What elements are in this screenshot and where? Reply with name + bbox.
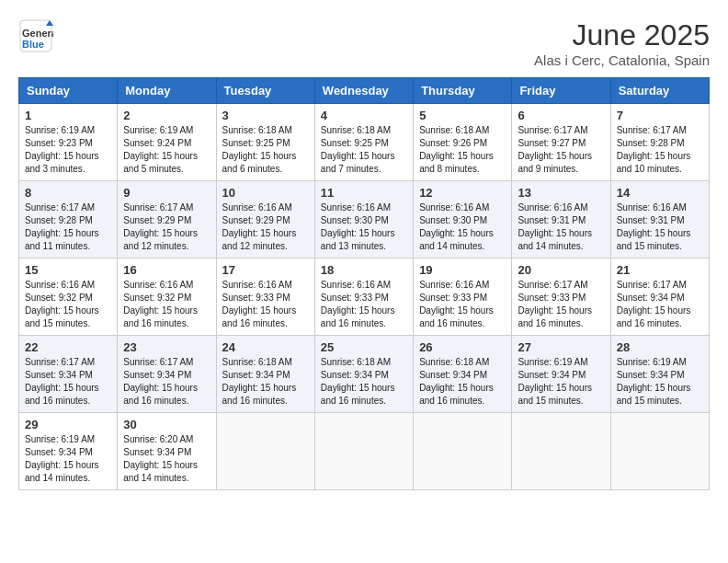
day-info: Sunrise: 6:16 AMSunset: 9:29 PMDaylight:… — [222, 201, 309, 253]
day-number: 27 — [518, 340, 604, 354]
day-info: Sunrise: 6:17 AMSunset: 9:29 PMDaylight:… — [123, 201, 210, 253]
calendar-cell: 22Sunrise: 6:17 AMSunset: 9:34 PMDayligh… — [19, 336, 118, 413]
day-number: 29 — [25, 418, 111, 431]
calendar-cell — [610, 413, 709, 490]
day-number: 6 — [518, 109, 604, 122]
calendar-cell: 30Sunrise: 6:20 AMSunset: 9:34 PMDayligh… — [118, 413, 216, 490]
calendar-cell: 26Sunrise: 6:18 AMSunset: 9:34 PMDayligh… — [414, 336, 512, 413]
calendar-cell: 1Sunrise: 6:19 AMSunset: 9:23 PMDaylight… — [19, 104, 118, 181]
calendar-cell: 3Sunrise: 6:18 AMSunset: 9:25 PMDaylight… — [216, 104, 314, 181]
day-number: 15 — [25, 263, 111, 277]
calendar-cell: 11Sunrise: 6:16 AMSunset: 9:30 PMDayligh… — [314, 181, 413, 259]
calendar-table: SundayMondayTuesdayWednesdayThursdayFrid… — [18, 77, 710, 490]
calendar-cell: 8Sunrise: 6:17 AMSunset: 9:28 PMDaylight… — [19, 181, 118, 259]
day-info: Sunrise: 6:18 AMSunset: 9:25 PMDaylight:… — [222, 124, 309, 176]
day-info: Sunrise: 6:16 AMSunset: 9:31 PMDaylight:… — [617, 201, 703, 253]
day-number: 22 — [25, 340, 111, 354]
calendar-cell: 9Sunrise: 6:17 AMSunset: 9:29 PMDaylight… — [118, 181, 216, 259]
calendar-cell: 29Sunrise: 6:19 AMSunset: 9:34 PMDayligh… — [19, 413, 118, 490]
day-info: Sunrise: 6:18 AMSunset: 9:34 PMDaylight:… — [222, 356, 309, 408]
calendar-header-thursday: Thursday — [414, 78, 512, 104]
calendar-cell: 10Sunrise: 6:16 AMSunset: 9:29 PMDayligh… — [216, 181, 314, 259]
calendar-cell: 20Sunrise: 6:17 AMSunset: 9:33 PMDayligh… — [512, 259, 610, 336]
calendar-subtitle: Alas i Cerc, Catalonia, Spain — [534, 52, 710, 68]
day-info: Sunrise: 6:17 AMSunset: 9:34 PMDaylight:… — [123, 356, 210, 408]
calendar-week-row: 22Sunrise: 6:17 AMSunset: 9:34 PMDayligh… — [19, 336, 710, 413]
calendar-cell: 14Sunrise: 6:16 AMSunset: 9:31 PMDayligh… — [610, 181, 709, 259]
day-info: Sunrise: 6:19 AMSunset: 9:34 PMDaylight:… — [617, 356, 703, 408]
logo: General Blue — [18, 18, 53, 57]
day-number: 10 — [222, 186, 309, 200]
calendar-header-sunday: Sunday — [19, 78, 118, 104]
day-number: 11 — [321, 186, 407, 200]
day-info: Sunrise: 6:16 AMSunset: 9:32 PMDaylight:… — [123, 279, 210, 330]
calendar-header-wednesday: Wednesday — [314, 78, 413, 104]
calendar-cell: 13Sunrise: 6:16 AMSunset: 9:31 PMDayligh… — [512, 181, 610, 259]
calendar-cell: 15Sunrise: 6:16 AMSunset: 9:32 PMDayligh… — [19, 259, 118, 336]
calendar-cell: 4Sunrise: 6:18 AMSunset: 9:25 PMDaylight… — [314, 104, 413, 181]
day-number: 23 — [123, 340, 210, 354]
calendar-week-row: 29Sunrise: 6:19 AMSunset: 9:34 PMDayligh… — [19, 413, 710, 490]
calendar-week-row: 1Sunrise: 6:19 AMSunset: 9:23 PMDaylight… — [19, 104, 710, 181]
calendar-cell: 21Sunrise: 6:17 AMSunset: 9:34 PMDayligh… — [610, 259, 709, 336]
day-info: Sunrise: 6:19 AMSunset: 9:24 PMDaylight:… — [123, 124, 210, 176]
day-number: 7 — [617, 109, 703, 122]
calendar-cell: 2Sunrise: 6:19 AMSunset: 9:24 PMDaylight… — [118, 104, 216, 181]
day-number: 24 — [222, 340, 309, 354]
calendar-header-row: SundayMondayTuesdayWednesdayThursdayFrid… — [19, 78, 710, 104]
day-info: Sunrise: 6:20 AMSunset: 9:34 PMDaylight:… — [123, 433, 210, 485]
day-number: 26 — [419, 340, 506, 354]
calendar-cell — [512, 413, 610, 490]
day-info: Sunrise: 6:17 AMSunset: 9:27 PMDaylight:… — [518, 124, 604, 176]
calendar-cell: 23Sunrise: 6:17 AMSunset: 9:34 PMDayligh… — [118, 336, 216, 413]
day-info: Sunrise: 6:17 AMSunset: 9:28 PMDaylight:… — [617, 124, 703, 176]
calendar-cell: 17Sunrise: 6:16 AMSunset: 9:33 PMDayligh… — [216, 259, 314, 336]
day-number: 14 — [617, 186, 703, 200]
calendar-header-friday: Friday — [512, 78, 610, 104]
day-number: 8 — [25, 186, 111, 200]
calendar-header-tuesday: Tuesday — [216, 78, 314, 104]
day-info: Sunrise: 6:17 AMSunset: 9:34 PMDaylight:… — [617, 279, 703, 330]
calendar-week-row: 8Sunrise: 6:17 AMSunset: 9:28 PMDaylight… — [19, 181, 710, 259]
svg-text:General: General — [22, 28, 53, 39]
calendar-cell: 27Sunrise: 6:19 AMSunset: 9:34 PMDayligh… — [512, 336, 610, 413]
calendar-cell: 5Sunrise: 6:18 AMSunset: 9:26 PMDaylight… — [414, 104, 512, 181]
day-info: Sunrise: 6:18 AMSunset: 9:26 PMDaylight:… — [419, 124, 506, 176]
day-info: Sunrise: 6:18 AMSunset: 9:34 PMDaylight:… — [419, 356, 506, 408]
logo-icon: General Blue — [18, 18, 53, 53]
day-number: 20 — [518, 263, 604, 277]
calendar-cell: 18Sunrise: 6:16 AMSunset: 9:33 PMDayligh… — [314, 259, 413, 336]
calendar-title: June 2025 — [534, 18, 710, 52]
day-info: Sunrise: 6:17 AMSunset: 9:33 PMDaylight:… — [518, 279, 604, 330]
day-number: 25 — [321, 340, 407, 354]
calendar-header-saturday: Saturday — [610, 78, 709, 104]
calendar-cell: 7Sunrise: 6:17 AMSunset: 9:28 PMDaylight… — [610, 104, 709, 181]
day-info: Sunrise: 6:19 AMSunset: 9:34 PMDaylight:… — [25, 433, 111, 485]
day-number: 28 — [617, 340, 703, 354]
calendar-cell: 16Sunrise: 6:16 AMSunset: 9:32 PMDayligh… — [118, 259, 216, 336]
day-info: Sunrise: 6:19 AMSunset: 9:34 PMDaylight:… — [518, 356, 604, 408]
day-number: 5 — [419, 109, 506, 122]
day-number: 3 — [222, 109, 309, 122]
day-number: 18 — [321, 263, 407, 277]
day-info: Sunrise: 6:16 AMSunset: 9:33 PMDaylight:… — [419, 279, 506, 330]
day-number: 12 — [419, 186, 506, 200]
calendar-cell — [216, 413, 314, 490]
calendar-header-monday: Monday — [118, 78, 216, 104]
day-info: Sunrise: 6:18 AMSunset: 9:25 PMDaylight:… — [321, 124, 407, 176]
calendar-week-row: 15Sunrise: 6:16 AMSunset: 9:32 PMDayligh… — [19, 259, 710, 336]
day-info: Sunrise: 6:16 AMSunset: 9:33 PMDaylight:… — [222, 279, 309, 330]
day-number: 9 — [123, 186, 210, 200]
day-info: Sunrise: 6:16 AMSunset: 9:31 PMDaylight:… — [518, 201, 604, 253]
calendar-cell: 24Sunrise: 6:18 AMSunset: 9:34 PMDayligh… — [216, 336, 314, 413]
day-number: 4 — [321, 109, 407, 122]
day-number: 2 — [123, 109, 210, 122]
calendar-cell — [314, 413, 413, 490]
title-area: June 2025 Alas i Cerc, Catalonia, Spain — [534, 18, 710, 68]
day-number: 1 — [25, 109, 111, 122]
day-number: 30 — [123, 418, 210, 431]
calendar-cell — [414, 413, 512, 490]
day-number: 13 — [518, 186, 604, 200]
day-info: Sunrise: 6:17 AMSunset: 9:34 PMDaylight:… — [25, 356, 111, 408]
svg-text:Blue: Blue — [22, 39, 44, 50]
